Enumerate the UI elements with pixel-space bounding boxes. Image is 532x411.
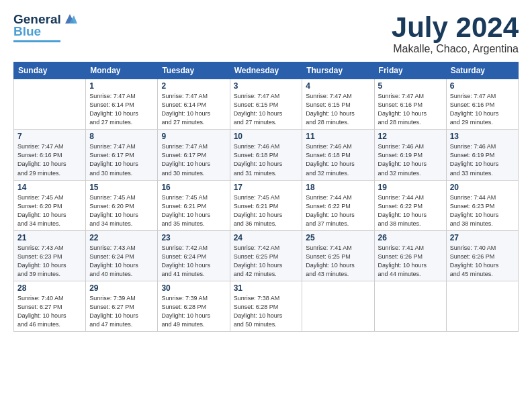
cell-0-5: 5Sunrise: 7:47 AMSunset: 6:16 PMDaylight… — [374, 79, 446, 130]
day-info-31: Sunrise: 7:38 AMSunset: 6:28 PMDaylight:… — [234, 294, 299, 329]
day-number-22: 22 — [89, 233, 154, 242]
cell-2-6: 20Sunrise: 7:44 AMSunset: 6:23 PMDayligh… — [446, 180, 518, 230]
day-info-18: Sunrise: 7:44 AMSunset: 6:22 PMDaylight:… — [306, 193, 370, 228]
day-info-29: Sunrise: 7:39 AMSunset: 6:27 PMDaylight:… — [89, 294, 154, 329]
day-number-14: 14 — [17, 183, 82, 192]
cell-4-5 — [374, 281, 446, 331]
cell-4-2: 30Sunrise: 7:39 AMSunset: 6:28 PMDayligh… — [158, 281, 230, 331]
day-number-21: 21 — [17, 233, 82, 242]
cell-3-2: 23Sunrise: 7:42 AMSunset: 6:24 PMDayligh… — [158, 230, 230, 281]
cell-0-1: 1Sunrise: 7:47 AMSunset: 6:14 PMDaylight… — [86, 79, 158, 130]
day-number-10: 10 — [234, 132, 299, 141]
day-number-26: 26 — [378, 233, 443, 242]
logo-icon — [62, 11, 77, 26]
day-info-9: Sunrise: 7:47 AMSunset: 6:17 PMDaylight:… — [161, 142, 226, 177]
logo-underline — [13, 40, 60, 42]
col-wednesday: Wednesday — [230, 62, 302, 79]
day-number-12: 12 — [378, 132, 443, 141]
day-info-26: Sunrise: 7:41 AMSunset: 6:26 PMDaylight:… — [378, 244, 443, 279]
day-info-22: Sunrise: 7:43 AMSunset: 6:24 PMDaylight:… — [89, 244, 154, 279]
day-number-24: 24 — [234, 233, 299, 242]
week-row-3: 21Sunrise: 7:43 AMSunset: 6:23 PMDayligh… — [14, 230, 519, 281]
cell-4-4 — [302, 281, 374, 331]
logo: General Blue — [13, 12, 77, 42]
title-block: July 2024 Makalle, Chaco, Argentina — [392, 12, 519, 55]
week-row-0: 1Sunrise: 7:47 AMSunset: 6:14 PMDaylight… — [14, 79, 519, 130]
day-info-19: Sunrise: 7:44 AMSunset: 6:22 PMDaylight:… — [378, 193, 443, 228]
header: General Blue July 2024 Makalle, Chaco, A… — [13, 12, 519, 55]
day-info-17: Sunrise: 7:45 AMSunset: 6:21 PMDaylight:… — [234, 193, 299, 228]
day-number-4: 4 — [306, 81, 370, 91]
cell-2-5: 19Sunrise: 7:44 AMSunset: 6:22 PMDayligh… — [374, 180, 446, 230]
day-info-21: Sunrise: 7:43 AMSunset: 6:23 PMDaylight:… — [17, 244, 82, 279]
cell-0-0 — [14, 79, 86, 130]
day-number-5: 5 — [378, 81, 443, 91]
day-info-16: Sunrise: 7:45 AMSunset: 6:21 PMDaylight:… — [161, 193, 226, 228]
calendar-table: Sunday Monday Tuesday Wednesday Thursday… — [13, 62, 519, 332]
cell-1-3: 10Sunrise: 7:46 AMSunset: 6:18 PMDayligh… — [230, 130, 302, 180]
day-info-30: Sunrise: 7:39 AMSunset: 6:28 PMDaylight:… — [161, 294, 226, 329]
cell-4-3: 31Sunrise: 7:38 AMSunset: 6:28 PMDayligh… — [230, 281, 302, 331]
cell-4-6 — [446, 281, 518, 331]
day-info-4: Sunrise: 7:47 AMSunset: 6:15 PMDaylight:… — [306, 92, 370, 127]
day-number-17: 17 — [234, 183, 299, 192]
day-info-24: Sunrise: 7:42 AMSunset: 6:25 PMDaylight:… — [234, 244, 299, 279]
cell-3-4: 25Sunrise: 7:41 AMSunset: 6:25 PMDayligh… — [302, 230, 374, 281]
page: General Blue July 2024 Makalle, Chaco, A… — [0, 0, 532, 411]
col-tuesday: Tuesday — [158, 62, 230, 79]
month-title: July 2024 — [392, 12, 519, 43]
day-number-29: 29 — [89, 283, 154, 293]
day-number-25: 25 — [306, 233, 370, 242]
day-number-18: 18 — [306, 183, 370, 192]
cell-0-4: 4Sunrise: 7:47 AMSunset: 6:15 PMDaylight… — [302, 79, 374, 130]
cell-0-6: 6Sunrise: 7:47 AMSunset: 6:16 PMDaylight… — [446, 79, 518, 130]
day-number-6: 6 — [450, 81, 515, 91]
col-sunday: Sunday — [14, 62, 86, 79]
day-info-20: Sunrise: 7:44 AMSunset: 6:23 PMDaylight:… — [450, 193, 515, 228]
cell-2-0: 14Sunrise: 7:45 AMSunset: 6:20 PMDayligh… — [14, 180, 86, 230]
cell-1-0: 7Sunrise: 7:47 AMSunset: 6:16 PMDaylight… — [14, 130, 86, 180]
day-info-10: Sunrise: 7:46 AMSunset: 6:18 PMDaylight:… — [234, 142, 299, 177]
day-number-27: 27 — [450, 233, 515, 242]
calendar-header-row: Sunday Monday Tuesday Wednesday Thursday… — [14, 62, 519, 79]
cell-2-2: 16Sunrise: 7:45 AMSunset: 6:21 PMDayligh… — [158, 180, 230, 230]
day-number-28: 28 — [17, 283, 82, 293]
day-info-14: Sunrise: 7:45 AMSunset: 6:20 PMDaylight:… — [17, 193, 82, 228]
day-number-15: 15 — [89, 183, 154, 192]
cell-2-1: 15Sunrise: 7:45 AMSunset: 6:20 PMDayligh… — [86, 180, 158, 230]
cell-2-4: 18Sunrise: 7:44 AMSunset: 6:22 PMDayligh… — [302, 180, 374, 230]
cell-1-4: 11Sunrise: 7:46 AMSunset: 6:18 PMDayligh… — [302, 130, 374, 180]
day-number-8: 8 — [89, 132, 154, 141]
day-number-9: 9 — [161, 132, 226, 141]
logo-blue: Blue — [13, 24, 41, 39]
cell-1-5: 12Sunrise: 7:46 AMSunset: 6:19 PMDayligh… — [374, 130, 446, 180]
day-number-16: 16 — [161, 183, 226, 192]
day-number-13: 13 — [450, 132, 515, 141]
cell-3-5: 26Sunrise: 7:41 AMSunset: 6:26 PMDayligh… — [374, 230, 446, 281]
cell-1-1: 8Sunrise: 7:47 AMSunset: 6:17 PMDaylight… — [86, 130, 158, 180]
day-info-13: Sunrise: 7:46 AMSunset: 6:19 PMDaylight:… — [450, 142, 515, 177]
day-info-1: Sunrise: 7:47 AMSunset: 6:14 PMDaylight:… — [89, 92, 154, 127]
day-number-31: 31 — [234, 283, 299, 293]
day-number-1: 1 — [89, 81, 154, 91]
col-monday: Monday — [86, 62, 158, 79]
col-thursday: Thursday — [302, 62, 374, 79]
day-number-3: 3 — [234, 81, 299, 91]
week-row-1: 7Sunrise: 7:47 AMSunset: 6:16 PMDaylight… — [14, 130, 519, 180]
day-number-20: 20 — [450, 183, 515, 192]
week-row-2: 14Sunrise: 7:45 AMSunset: 6:20 PMDayligh… — [14, 180, 519, 230]
cell-0-3: 3Sunrise: 7:47 AMSunset: 6:15 PMDaylight… — [230, 79, 302, 130]
day-info-15: Sunrise: 7:45 AMSunset: 6:20 PMDaylight:… — [89, 193, 154, 228]
cell-3-6: 27Sunrise: 7:40 AMSunset: 6:26 PMDayligh… — [446, 230, 518, 281]
day-info-3: Sunrise: 7:47 AMSunset: 6:15 PMDaylight:… — [234, 92, 299, 127]
day-info-6: Sunrise: 7:47 AMSunset: 6:16 PMDaylight:… — [450, 92, 515, 127]
cell-1-6: 13Sunrise: 7:46 AMSunset: 6:19 PMDayligh… — [446, 130, 518, 180]
col-saturday: Saturday — [446, 62, 518, 79]
day-info-28: Sunrise: 7:40 AMSunset: 6:27 PMDaylight:… — [17, 294, 82, 329]
day-number-11: 11 — [306, 132, 370, 141]
day-number-30: 30 — [161, 283, 226, 293]
cell-3-0: 21Sunrise: 7:43 AMSunset: 6:23 PMDayligh… — [14, 230, 86, 281]
location-subtitle: Makalle, Chaco, Argentina — [392, 43, 519, 55]
cell-3-3: 24Sunrise: 7:42 AMSunset: 6:25 PMDayligh… — [230, 230, 302, 281]
day-info-23: Sunrise: 7:42 AMSunset: 6:24 PMDaylight:… — [161, 244, 226, 279]
